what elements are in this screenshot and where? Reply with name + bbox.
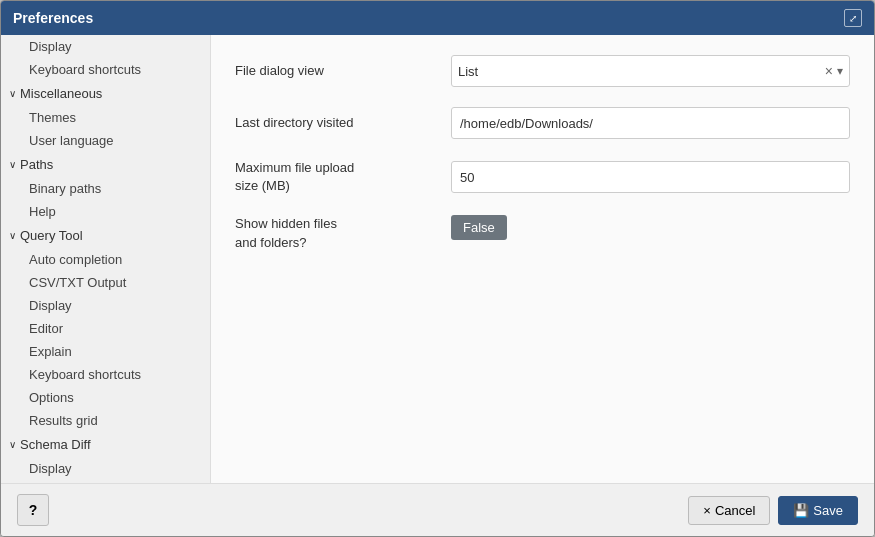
- sidebar-group-schema-diff-label: Schema Diff: [20, 437, 91, 452]
- sidebar-item-display-top-label: Display: [29, 39, 72, 54]
- sidebar-group-miscellaneous-label: Miscellaneous: [20, 86, 102, 101]
- sidebar-item-help-label: Help: [29, 204, 56, 219]
- sidebar-group-schema-diff[interactable]: ∨ Schema Diff: [1, 432, 210, 457]
- cancel-x-icon: ×: [703, 503, 711, 518]
- form-row-show-hidden: Show hidden filesand folders? False: [235, 215, 850, 251]
- sidebar-item-display-sd-label: Display: [29, 461, 72, 476]
- sidebar-item-editor[interactable]: Editor: [1, 317, 210, 340]
- show-hidden-control: False: [451, 215, 850, 240]
- sidebar-group-paths-label: Paths: [20, 157, 53, 172]
- sidebar-item-results-grid-label: Results grid: [29, 413, 98, 428]
- save-button[interactable]: 💾 Save: [778, 496, 858, 525]
- sidebar-group-storage[interactable]: ∨ Storage: [1, 480, 210, 483]
- sidebar-item-user-language-label: User language: [29, 133, 114, 148]
- sidebar-item-display-top[interactable]: Display: [1, 35, 210, 58]
- footer: ? × Cancel 💾 Save: [1, 483, 874, 536]
- footer-right: × Cancel 💾 Save: [688, 496, 858, 525]
- chevron-miscellaneous-icon: ∨: [9, 88, 16, 99]
- content-area: File dialog view List × ▾ Last directory…: [211, 35, 874, 483]
- last-directory-input[interactable]: [451, 107, 850, 139]
- last-directory-label: Last directory visited: [235, 114, 435, 132]
- sidebar-item-options-qt[interactable]: Options: [1, 386, 210, 409]
- save-disk-icon: 💾: [793, 503, 809, 518]
- expand-button[interactable]: ⤢: [844, 9, 862, 27]
- help-button[interactable]: ?: [17, 494, 49, 526]
- form-row-last-directory: Last directory visited: [235, 107, 850, 139]
- sidebar-item-binary-paths-label: Binary paths: [29, 181, 101, 196]
- show-hidden-label: Show hidden filesand folders?: [235, 215, 435, 251]
- file-dialog-view-value: List: [458, 64, 825, 79]
- titlebar: Preferences ⤢: [1, 1, 874, 35]
- sidebar-item-auto-completion-label: Auto completion: [29, 252, 122, 267]
- max-upload-label: Maximum file uploadsize (MB): [235, 159, 435, 195]
- show-hidden-toggle[interactable]: False: [451, 215, 507, 240]
- last-directory-control: [451, 107, 850, 139]
- sidebar-item-themes-label: Themes: [29, 110, 76, 125]
- sidebar-item-keyboard-shortcuts-label: Keyboard shortcuts: [29, 62, 141, 77]
- chevron-query-tool-icon: ∨: [9, 230, 16, 241]
- sidebar-item-display-qt-label: Display: [29, 298, 72, 313]
- file-dialog-view-control: List × ▾: [451, 55, 850, 87]
- sidebar-item-display-sd[interactable]: Display: [1, 457, 210, 480]
- sidebar-group-query-tool-label: Query Tool: [20, 228, 83, 243]
- select-arrow-icon[interactable]: ▾: [837, 64, 843, 78]
- file-dialog-view-label: File dialog view: [235, 62, 435, 80]
- sidebar-group-paths[interactable]: ∨ Paths: [1, 152, 210, 177]
- sidebar-item-auto-completion[interactable]: Auto completion: [1, 248, 210, 271]
- max-upload-control: [451, 161, 850, 193]
- save-label: Save: [813, 503, 843, 518]
- sidebar-item-keyboard-shortcuts-qt-label: Keyboard shortcuts: [29, 367, 141, 382]
- cancel-label: Cancel: [715, 503, 755, 518]
- select-clear-icon[interactable]: ×: [825, 63, 833, 79]
- chevron-schema-diff-icon: ∨: [9, 439, 16, 450]
- sidebar: Display Keyboard shortcuts ∨ Miscellaneo…: [1, 35, 211, 483]
- sidebar-group-miscellaneous[interactable]: ∨ Miscellaneous: [1, 81, 210, 106]
- dialog-title: Preferences: [13, 10, 93, 26]
- sidebar-item-keyboard-shortcuts-qt[interactable]: Keyboard shortcuts: [1, 363, 210, 386]
- max-upload-input[interactable]: [451, 161, 850, 193]
- cancel-button[interactable]: × Cancel: [688, 496, 770, 525]
- footer-left: ?: [17, 494, 49, 526]
- main-body: Display Keyboard shortcuts ∨ Miscellaneo…: [1, 35, 874, 483]
- sidebar-item-binary-paths[interactable]: Binary paths: [1, 177, 210, 200]
- sidebar-item-user-language[interactable]: User language: [1, 129, 210, 152]
- expand-icon: ⤢: [849, 13, 857, 24]
- sidebar-item-display-qt[interactable]: Display: [1, 294, 210, 317]
- sidebar-item-themes[interactable]: Themes: [1, 106, 210, 129]
- sidebar-item-help[interactable]: Help: [1, 200, 210, 223]
- preferences-dialog: Preferences ⤢ Display Keyboard shortcuts…: [0, 0, 875, 537]
- file-dialog-view-select[interactable]: List × ▾: [451, 55, 850, 87]
- sidebar-item-options-qt-label: Options: [29, 390, 74, 405]
- form-row-file-dialog: File dialog view List × ▾: [235, 55, 850, 87]
- sidebar-item-results-grid[interactable]: Results grid: [1, 409, 210, 432]
- sidebar-item-explain-label: Explain: [29, 344, 72, 359]
- sidebar-wrapper: Display Keyboard shortcuts ∨ Miscellaneo…: [1, 35, 211, 483]
- sidebar-item-editor-label: Editor: [29, 321, 63, 336]
- sidebar-item-csv-txt-output-label: CSV/TXT Output: [29, 275, 126, 290]
- sidebar-group-query-tool[interactable]: ∨ Query Tool: [1, 223, 210, 248]
- form-row-max-upload: Maximum file uploadsize (MB): [235, 159, 850, 195]
- sidebar-item-csv-txt-output[interactable]: CSV/TXT Output: [1, 271, 210, 294]
- chevron-paths-icon: ∨: [9, 159, 16, 170]
- sidebar-item-keyboard-shortcuts[interactable]: Keyboard shortcuts: [1, 58, 210, 81]
- sidebar-item-explain[interactable]: Explain: [1, 340, 210, 363]
